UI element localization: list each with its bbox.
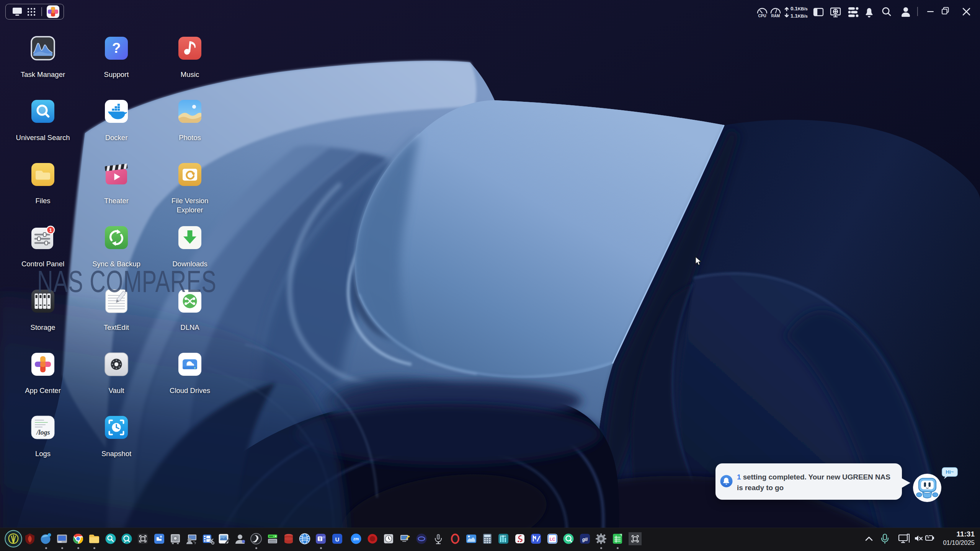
svg-text:zm: zm <box>353 536 359 541</box>
svg-text:CPU: CPU <box>758 14 766 18</box>
svg-text:?: ? <box>112 40 121 56</box>
svg-text:0.1KB/s: 0.1KB/s <box>791 6 808 11</box>
svg-text:gli: gli <box>582 537 588 542</box>
svg-text:T: T <box>319 537 322 541</box>
svg-text:U: U <box>335 536 340 543</box>
svg-text:1.1KB/s: 1.1KB/s <box>791 13 808 19</box>
svg-text:RAM: RAM <box>771 14 780 18</box>
svg-text:1: 1 <box>49 227 52 233</box>
svg-text:/logs: /logs <box>36 429 50 436</box>
svg-text:Hi~: Hi~ <box>946 469 954 475</box>
svg-text:LC: LC <box>550 537 555 541</box>
